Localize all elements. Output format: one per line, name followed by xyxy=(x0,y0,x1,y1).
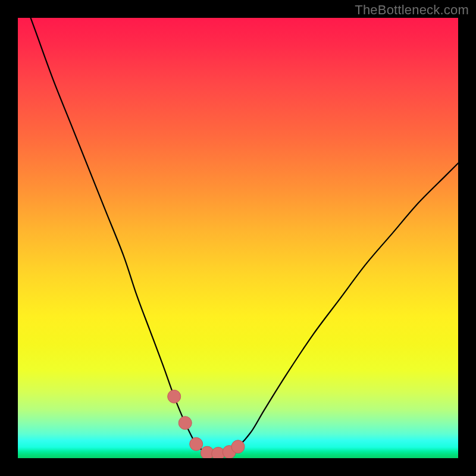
curve-marker xyxy=(168,390,181,403)
curve-layer xyxy=(18,18,458,458)
plot-area xyxy=(18,18,458,458)
bottleneck-curve xyxy=(18,18,458,454)
chart-root: TheBottleneck.com xyxy=(0,0,476,476)
watermark-label: TheBottleneck.com xyxy=(355,2,469,18)
curve-markers xyxy=(168,390,245,458)
curve-marker xyxy=(190,437,203,450)
curve-marker xyxy=(178,416,192,430)
curve-marker xyxy=(231,440,245,453)
